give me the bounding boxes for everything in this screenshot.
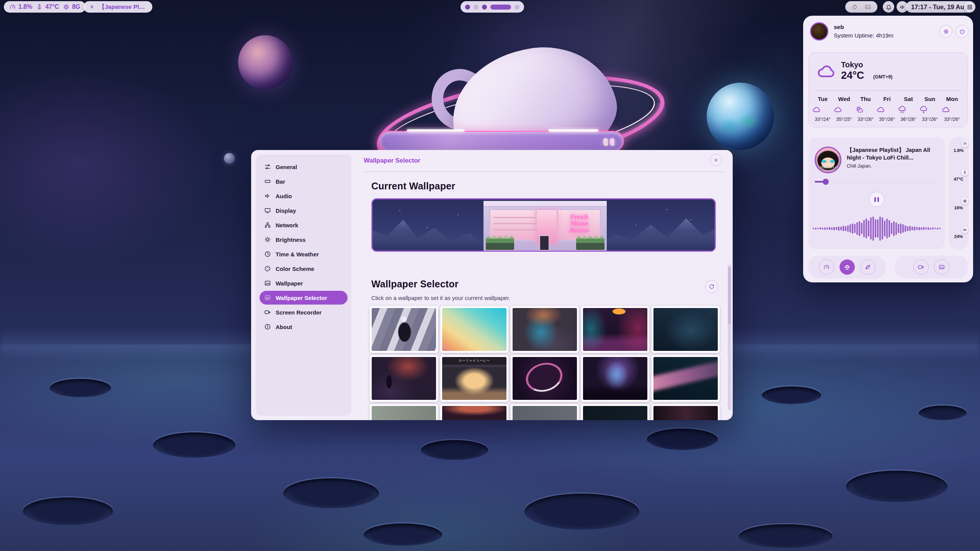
temperature-value: 47°C xyxy=(45,3,59,10)
wallpaper-thumbnail-13[interactable] xyxy=(511,404,579,420)
weather-cloud-icon xyxy=(816,61,837,83)
leaf-icon xyxy=(864,264,871,271)
play-pause-button[interactable] xyxy=(869,192,884,207)
header-divider xyxy=(364,171,725,172)
scrollbar-thumb[interactable] xyxy=(728,267,731,324)
power-button[interactable] xyxy=(956,25,969,38)
track-artist: Chill Japan. xyxy=(847,163,872,169)
volume-icon xyxy=(899,4,906,10)
earth-planet xyxy=(707,83,774,150)
bar-icon xyxy=(264,178,271,185)
selector-subtitle: Click on a wallpaper to set it as your c… xyxy=(371,295,510,301)
wallpaper-thumbnail-9[interactable] xyxy=(581,355,649,402)
settings-window: General Bar Audio Display Network Bright… xyxy=(251,150,733,420)
memory-value: 8G xyxy=(72,3,80,10)
sidebar-item-wallpaper[interactable]: Wallpaper xyxy=(260,276,348,290)
power-saver-profile-button[interactable] xyxy=(860,259,875,275)
notifications-button[interactable] xyxy=(883,1,894,13)
media-pill[interactable]: 【Japanese Playlist】 J... xyxy=(83,1,152,13)
wallpaper-thumbnail-10[interactable] xyxy=(652,355,720,402)
sidebar-item-color-scheme[interactable]: Color Scheme xyxy=(260,262,348,276)
weather-temperature: 24°C xyxy=(841,70,864,82)
sidebar-item-bar[interactable]: Bar xyxy=(260,174,348,188)
sidebar-item-screen-recorder[interactable]: Screen Recorder xyxy=(260,305,348,319)
clock-pill[interactable]: 17:17 - Tue, 19 Aug xyxy=(906,1,973,13)
wallpaper-selector-icon xyxy=(264,294,271,301)
wallpaper-thumbnail-3[interactable] xyxy=(511,306,579,353)
cpu-usage-value: 1.8% xyxy=(18,3,32,10)
top-bar: 1.8% 47°C 8G 【Japanese Playlist】 J... 17… xyxy=(0,0,980,14)
weather-city: Tokyo xyxy=(841,60,863,69)
sidebar-item-brightness[interactable]: Brightness xyxy=(260,233,348,246)
seek-thumb[interactable] xyxy=(823,179,829,185)
system-stats-card: 1.8% 47°C 16% 24% xyxy=(949,137,969,250)
screenshot-button[interactable] xyxy=(934,259,949,275)
wallpaper-thumbnail-8[interactable] xyxy=(511,355,579,402)
wallpaper-thumbnail-14[interactable] xyxy=(581,404,649,420)
wallpaper-thumbnail-5[interactable] xyxy=(652,306,720,353)
tune-icon xyxy=(264,163,271,170)
gauge-icon xyxy=(823,264,830,271)
pause-icon xyxy=(89,4,95,10)
display-icon xyxy=(264,207,271,214)
wallpaper-thumbnail-4[interactable] xyxy=(581,306,649,353)
quick-actions xyxy=(895,256,968,279)
recorder-icon xyxy=(918,264,924,271)
sidebar-item-display[interactable]: Display xyxy=(260,204,348,217)
planter-right xyxy=(576,238,604,250)
user-name: seb xyxy=(834,24,844,31)
sidebar-item-label: Wallpaper xyxy=(276,280,303,287)
seek-slider[interactable] xyxy=(815,181,938,183)
forecast-day: Mon33°/26° xyxy=(941,96,963,122)
clock-text: 17:17 - Tue, 19 Aug xyxy=(911,3,968,11)
sun-cloud-icon xyxy=(855,105,864,114)
wallpaper-thumbnail-12[interactable] xyxy=(440,404,508,420)
forecast-day: Sun33°/26° xyxy=(919,96,941,122)
dashboard-button[interactable] xyxy=(964,1,975,13)
image-icon xyxy=(938,264,945,271)
sidebar-item-label: Wallpaper Selector xyxy=(276,295,327,301)
weather-divider xyxy=(815,90,962,91)
settings-button[interactable] xyxy=(939,25,952,38)
bell-icon xyxy=(885,4,892,10)
balanced-profile-button[interactable] xyxy=(840,259,855,275)
gear-icon xyxy=(943,28,949,35)
system-stats-pill[interactable]: 1.8% 47°C 8G xyxy=(4,1,86,13)
sidebar-item-label: Color Scheme xyxy=(276,266,314,272)
sidebar-item-time-weather[interactable]: Time & Weather xyxy=(260,247,348,261)
sidebar-item-wallpaper-selector[interactable]: Wallpaper Selector xyxy=(260,291,348,305)
sidebar-item-audio[interactable]: Audio xyxy=(260,189,348,203)
sidebar-item-network[interactable]: Network xyxy=(260,218,348,232)
neon-sign-frame xyxy=(379,131,624,152)
wallpaper-thumbnail-2[interactable] xyxy=(440,306,508,353)
system-tray-pill[interactable] xyxy=(845,1,877,13)
performance-profile-button[interactable] xyxy=(819,259,834,275)
wallpaper-thumbnail-1[interactable] xyxy=(370,306,438,353)
sidebar-item-label: Brightness xyxy=(276,236,305,243)
close-button[interactable] xyxy=(710,154,722,166)
forecast-day: Wed35°/25° xyxy=(833,96,855,122)
wallpaper-thumbnail-15[interactable] xyxy=(652,404,720,420)
wallpaper-thumbnail-11[interactable] xyxy=(370,404,438,420)
workspaces[interactable] xyxy=(461,1,524,13)
wallpaper-thumbnail-7[interactable]: ローファイコーヒー xyxy=(440,355,508,402)
memory-ring: 16% xyxy=(950,199,967,216)
image-icon xyxy=(264,280,271,287)
sidebar-item-general[interactable]: General xyxy=(260,160,348,174)
dashboard-grid-icon xyxy=(967,4,973,10)
rain-cloud-icon xyxy=(898,105,907,114)
chip-icon xyxy=(961,197,969,205)
thermometer-icon xyxy=(961,169,969,176)
cloud-icon xyxy=(833,105,843,114)
scrollbar[interactable] xyxy=(728,265,731,410)
tray-app-icon[interactable] xyxy=(851,3,858,10)
info-icon xyxy=(264,323,271,330)
power-icon xyxy=(959,28,965,35)
temperature-ring: 47°C xyxy=(950,171,967,187)
tray-screenshot-icon[interactable] xyxy=(864,3,871,10)
wallpaper-thumbnail-6[interactable] xyxy=(370,355,438,402)
refresh-button[interactable] xyxy=(705,280,718,293)
system-uptime: System Uptime: 4h19m xyxy=(834,32,893,39)
screen-record-button[interactable] xyxy=(913,259,929,275)
sidebar-item-about[interactable]: About xyxy=(260,320,348,334)
